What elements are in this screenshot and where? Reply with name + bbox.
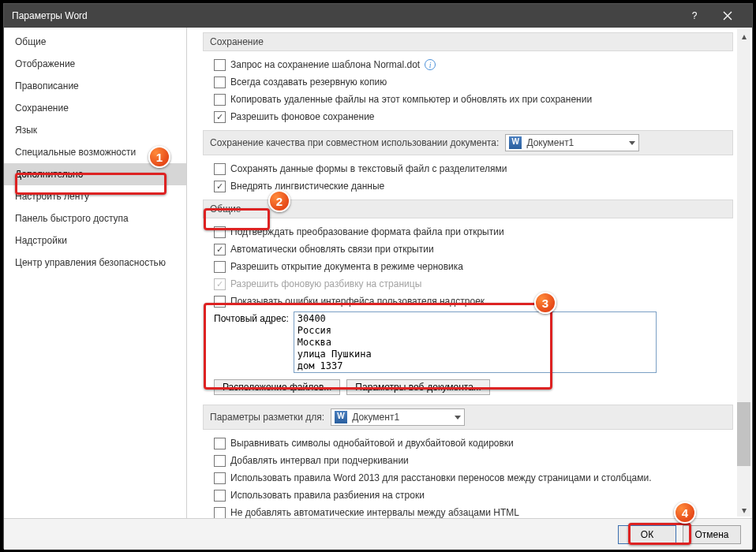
section-layout: Параметры разметки для: Документ1 [203, 405, 733, 430]
option-label: Выравнивать символы однобайтовой и двухб… [230, 438, 514, 449]
titlebar: Параметры Word ? [4, 4, 752, 28]
sidebar-item-7[interactable]: Настроить ленту [4, 185, 186, 207]
checkbox[interactable] [214, 181, 226, 192]
option-row: Сохранять данные формы в текстовый файл … [203, 160, 733, 177]
section-layout-label: Параметры разметки для: [210, 412, 324, 423]
quality-doc-name: Документ1 [526, 137, 574, 148]
checkbox[interactable] [214, 94, 226, 106]
section-quality-label: Сохранение качества при совместном испол… [210, 137, 499, 148]
sidebar: ОбщиеОтображениеПравописаниеСохранениеЯз… [4, 28, 187, 518]
checkbox[interactable] [214, 111, 226, 123]
option-label: Разрешить фоновую разбивку на страницы [230, 278, 421, 289]
help-button[interactable]: ? [678, 4, 711, 28]
sidebar-item-0[interactable]: Общие [4, 31, 186, 53]
ok-button[interactable]: ОК [618, 525, 676, 544]
section-saving: Сохранение [203, 32, 733, 51]
sidebar-item-2[interactable]: Правописание [4, 75, 186, 97]
checkbox[interactable] [214, 438, 226, 449]
checkbox[interactable] [214, 59, 226, 71]
checkbox[interactable] [214, 490, 226, 502]
option-row: Разрешить открытие документа в режиме че… [203, 258, 733, 275]
checkbox[interactable] [214, 76, 226, 88]
layout-doc-name: Документ1 [352, 412, 399, 423]
option-row: Всегда создавать резервную копию [203, 73, 733, 91]
option-row: Разрешить фоновое сохранение [203, 108, 733, 125]
checkbox[interactable] [214, 296, 226, 308]
close-button[interactable] [711, 4, 744, 28]
checkbox[interactable] [214, 226, 226, 238]
mail-address-input[interactable] [294, 311, 657, 373]
option-label: Добавлять интервал при подчеркивании [230, 455, 409, 466]
layout-doc-select[interactable]: Документ1 [331, 408, 465, 426]
sidebar-item-3[interactable]: Сохранение [4, 97, 186, 119]
callout-3: 3 [534, 292, 556, 314]
chevron-down-icon [455, 416, 461, 420]
option-label: Внедрять лингвистические данные [230, 181, 384, 192]
option-row: Не добавлять автоматические интервалы ме… [203, 504, 733, 518]
mail-address-row: Почтовый адрес: [203, 310, 733, 375]
sidebar-item-1[interactable]: Отображение [4, 53, 186, 75]
doc-icon [335, 411, 347, 423]
checkbox[interactable] [214, 455, 226, 467]
sidebar-item-10[interactable]: Центр управления безопасностью [4, 252, 186, 274]
window-title: Параметры Word [12, 10, 678, 21]
option-row: Копировать удаленные файлы на этот компь… [203, 91, 733, 108]
chevron-down-icon [629, 141, 635, 145]
option-label: Не добавлять автоматические интервалы ме… [230, 507, 519, 518]
section-general-label: Общие [210, 203, 241, 214]
sidebar-item-8[interactable]: Панель быстрого доступа [4, 207, 186, 229]
option-label: Показывать ошибки интерфейса пользовател… [230, 296, 485, 307]
option-row: Показывать ошибки интерфейса пользовател… [203, 293, 733, 310]
option-row: Использовать правила разбиения на строки [203, 487, 733, 504]
checkbox[interactable] [214, 472, 226, 484]
option-label: Сохранять данные формы в текстовый файл … [230, 163, 507, 174]
quality-doc-select[interactable]: Документ1 [505, 134, 639, 151]
vertical-scrollbar[interactable]: ▴ ▾ [737, 29, 750, 517]
callout-2: 2 [268, 190, 290, 212]
section-quality: Сохранение качества при совместном испол… [203, 130, 733, 155]
callout-1: 1 [148, 146, 170, 168]
scroll-down-arrow[interactable]: ▾ [737, 503, 750, 517]
callout-4: 4 [674, 502, 696, 524]
checkbox[interactable] [214, 244, 226, 255]
sidebar-item-4[interactable]: Язык [4, 119, 186, 141]
option-label: Всегда создавать резервную копию [230, 76, 387, 88]
checkbox[interactable] [214, 507, 226, 519]
option-label: Автоматически обновлять связи при открыт… [230, 244, 434, 255]
option-row: Запрос на сохранение шаблона Normal.doti [203, 56, 733, 73]
option-label: Копировать удаленные файлы на этот компь… [230, 94, 592, 105]
checkbox[interactable] [214, 261, 226, 273]
scroll-thumb[interactable] [737, 402, 750, 467]
file-locations-button[interactable]: Расположение файлов... [214, 379, 340, 395]
option-row: Автоматически обновлять связи при открыт… [203, 241, 733, 258]
word-options-dialog: Параметры Word ? ОбщиеОтображениеПравопи… [3, 3, 753, 549]
content-pane: Сохранение Запрос на сохранение шаблона … [187, 28, 752, 518]
section-saving-label: Сохранение [210, 36, 264, 47]
scroll-up-arrow[interactable]: ▴ [737, 29, 750, 43]
option-row: Добавлять интервал при подчеркивании [203, 452, 733, 469]
checkbox[interactable] [214, 163, 226, 175]
option-row: Выравнивать символы однобайтовой и двухб… [203, 435, 733, 452]
option-row: Использовать правила Word 2013 для расст… [203, 469, 733, 487]
option-label: Запрос на сохранение шаблона Normal.dot [230, 59, 420, 70]
option-label: Разрешить фоновое сохранение [230, 111, 375, 122]
option-label: Разрешить открытие документа в режиме че… [230, 261, 463, 272]
option-label: Использовать правила Word 2013 для расст… [230, 472, 652, 483]
option-label: Использовать правила разбиения на строки [230, 490, 425, 501]
checkbox [214, 278, 226, 290]
info-icon[interactable]: i [425, 59, 436, 70]
option-label: Подтверждать преобразование формата файл… [230, 226, 504, 237]
web-doc-options-button[interactable]: Параметры веб-документа... [346, 379, 489, 395]
option-row: Разрешить фоновую разбивку на страницы [203, 275, 733, 293]
dialog-footer: ОК Отмена [4, 518, 752, 550]
cancel-button[interactable]: Отмена [683, 525, 741, 544]
sidebar-item-9[interactable]: Надстройки [4, 229, 186, 252]
option-row: Подтверждать преобразование формата файл… [203, 223, 733, 241]
mail-address-label: Почтовый адрес: [214, 311, 289, 324]
doc-icon [509, 136, 522, 149]
